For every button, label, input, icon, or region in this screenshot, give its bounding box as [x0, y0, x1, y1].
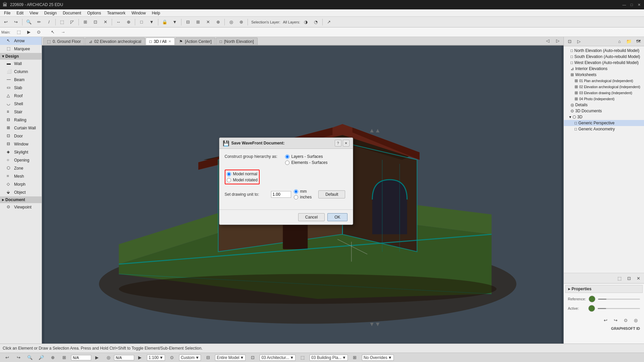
- design-section-header[interactable]: ▾ Design: [0, 53, 42, 60]
- coord2-icon[interactable]: ◎: [104, 353, 113, 362]
- toolbar-btn-21[interactable]: ◎: [227, 18, 235, 26]
- tab-3d-all[interactable]: □ 3D / All ✕: [146, 38, 175, 45]
- toolbar-btn-13[interactable]: □: [137, 18, 146, 26]
- secondary-btn-3[interactable]: ⊙: [35, 28, 43, 37]
- view-dropdown[interactable]: Custom ▼: [179, 355, 201, 361]
- toolbar-btn-8[interactable]: ⊞: [81, 18, 90, 26]
- secondary-btn-arrow2[interactable]: →: [59, 28, 67, 37]
- toolbar-btn-16[interactable]: ▼: [170, 18, 179, 26]
- panel-btn-home[interactable]: ⌂: [615, 37, 624, 46]
- properties-header[interactable]: ▸ Properties: [565, 285, 643, 293]
- radio-mm[interactable]: mm: [294, 189, 312, 194]
- radio-model-rotated-input[interactable]: [227, 178, 231, 182]
- panel-ctrl-1[interactable]: ⬚: [615, 274, 624, 283]
- model-icon[interactable]: ⊡: [248, 353, 257, 362]
- title-bar-controls[interactable]: — □ ✕: [622, 2, 641, 7]
- properties-btn-2[interactable]: ↪: [611, 316, 620, 324]
- bottom-zoom-in[interactable]: 🔍: [25, 353, 34, 362]
- menu-help[interactable]: Help: [149, 10, 163, 16]
- secondary-btn-2[interactable]: ▶: [24, 28, 33, 37]
- modal-help-button[interactable]: ?: [335, 140, 341, 146]
- tree-item-generic-axon[interactable]: □ Generic Axonometry: [564, 126, 644, 132]
- tree-item-south-elev-auto[interactable]: □ South Elevation (Auto-rebuild Model): [564, 54, 644, 60]
- sidebar-item-stair[interactable]: ≡ Stair: [0, 108, 42, 116]
- radio-mm-input[interactable]: [294, 189, 298, 194]
- layer-icon[interactable]: ⬚: [298, 353, 307, 362]
- sidebar-item-wall[interactable]: ▬ Wall: [0, 60, 42, 68]
- toolbar-btn-6[interactable]: ⬚: [58, 18, 66, 26]
- toolbar-btn-2[interactable]: ↪: [11, 18, 20, 26]
- properties-btn-1[interactable]: ↩: [601, 316, 610, 324]
- reference-color-btn[interactable]: [589, 296, 595, 302]
- sidebar-item-opening[interactable]: ○ Opening: [0, 156, 42, 164]
- tree-item-details[interactable]: ◎ Details: [564, 102, 644, 108]
- radio-model-rotated[interactable]: Model rotated: [227, 178, 258, 182]
- reference-slider[interactable]: [598, 299, 640, 300]
- sidebar-item-slab[interactable]: ▭ Slab: [0, 84, 42, 92]
- tab-next-btn[interactable]: ▷: [553, 36, 562, 45]
- properties-btn-4[interactable]: ◎: [631, 316, 640, 324]
- sidebar-item-railing[interactable]: ⊟ Railing: [0, 116, 42, 124]
- menu-file[interactable]: File: [1, 10, 13, 16]
- panel-btn-map[interactable]: 🗺: [634, 37, 643, 46]
- toolbar-btn-1[interactable]: ↩: [1, 18, 10, 26]
- sidebar-item-door[interactable]: ⊡ Door: [0, 132, 42, 140]
- layer-dropdown[interactable]: 03 Architectur... ▼: [260, 355, 296, 361]
- tree-item-west-elev-auto[interactable]: □ West Elevation (Auto-rebuild Model): [564, 60, 644, 66]
- floor-dropdown[interactable]: 03 Building Pla... ▼: [310, 355, 348, 361]
- sidebar-item-curtainwall[interactable]: ⊞ Curtain Wall: [0, 124, 42, 132]
- radio-layers-surfaces[interactable]: Layers - Surfaces: [285, 154, 328, 159]
- toolbar-btn-arrow[interactable]: ↗: [325, 18, 333, 26]
- tree-item-ws03[interactable]: ⊞ 03 Elevation drawing (Independent): [564, 90, 644, 96]
- ok-button[interactable]: OK: [327, 213, 347, 221]
- bottom-zoom-fit[interactable]: ⊕: [48, 353, 57, 362]
- coord1-arrow[interactable]: ▶: [93, 353, 101, 362]
- coord1-input[interactable]: [71, 355, 91, 360]
- sidebar-item-shell[interactable]: ◡ Shell: [0, 100, 42, 108]
- tab-action-center[interactable]: ⚑ [Action Center]: [175, 38, 215, 45]
- toolbar-btn-4[interactable]: ✏: [35, 18, 43, 26]
- radio-layers-surfaces-input[interactable]: [285, 155, 289, 159]
- toolbar-btn-22[interactable]: ⊛: [237, 18, 246, 26]
- sidebar-item-marquee[interactable]: ⬚ Marquee: [0, 45, 42, 53]
- maximize-button[interactable]: □: [629, 2, 634, 7]
- secondary-btn-arrow[interactable]: ↖: [49, 28, 57, 37]
- modal-controls[interactable]: ? ✕: [335, 140, 350, 146]
- sidebar-item-roof[interactable]: △ Roof: [0, 92, 42, 100]
- tab-ground-floor[interactable]: ⬚ 0. Ground Floor: [43, 38, 85, 45]
- view-icon[interactable]: ⊟: [204, 353, 212, 362]
- default-button[interactable]: Default: [318, 190, 345, 198]
- sidebar-item-skylight[interactable]: ◈ Skylight: [0, 148, 42, 156]
- document-section-header[interactable]: ▸ Document: [0, 196, 42, 203]
- toolbar-btn-20[interactable]: ⊕: [214, 18, 222, 26]
- toolbar-btn-3[interactable]: 🔍: [24, 18, 33, 26]
- toolbar-btn-12[interactable]: ⊕: [124, 18, 133, 26]
- menu-teamwork[interactable]: Teamwork: [104, 10, 128, 16]
- modal-close-button[interactable]: ✕: [343, 140, 350, 146]
- menu-options[interactable]: Options: [85, 10, 104, 16]
- minimize-button[interactable]: —: [622, 2, 627, 7]
- tab-3d-close[interactable]: ✕: [168, 40, 171, 43]
- tree-item-north-elev-auto[interactable]: □ North Elevation (Auto-rebuild Model): [564, 48, 644, 54]
- menu-view[interactable]: View: [27, 10, 41, 16]
- menu-edit[interactable]: Edit: [14, 10, 26, 16]
- radio-elements-surfaces[interactable]: Elements - Surfaces: [285, 160, 328, 165]
- sidebar-item-object[interactable]: ⬙ Object: [0, 188, 42, 196]
- toolbar-btn-eye[interactable]: ◔: [312, 18, 320, 26]
- radio-inches-input[interactable]: [294, 195, 298, 199]
- toolbar-btn-14[interactable]: ▼: [147, 18, 156, 26]
- toolbar-btn-17[interactable]: ⊟: [183, 18, 192, 26]
- toolbar-btn-9[interactable]: ⊡: [91, 18, 100, 26]
- active-slider[interactable]: [598, 308, 640, 309]
- scale-icon[interactable]: ⊙: [168, 353, 176, 362]
- tree-item-worksheets[interactable]: ⊞ Worksheets: [564, 72, 644, 78]
- toolbar-btn-10[interactable]: ✕: [101, 18, 110, 26]
- bottom-zoom-window[interactable]: ⊞: [60, 353, 68, 362]
- unit-value-input[interactable]: [271, 191, 291, 198]
- active-color-btn[interactable]: [588, 305, 595, 312]
- sidebar-item-window[interactable]: ⊟ Window: [0, 140, 42, 148]
- bottom-redo[interactable]: ↪: [14, 353, 23, 362]
- radio-elements-surfaces-input[interactable]: [285, 161, 289, 165]
- 3d-viewport[interactable]: ▲▲ ▼▼ 💾 Save WaveFront Document: ? ✕: [42, 46, 564, 344]
- sidebar-item-mesh[interactable]: ⌗ Mesh: [0, 172, 42, 180]
